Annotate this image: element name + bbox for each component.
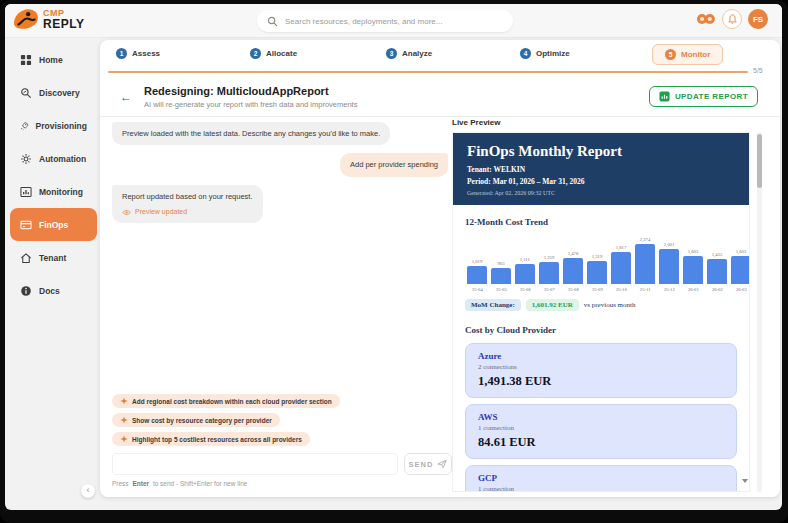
mom-change-value: 1,601.92 EUR (526, 299, 579, 311)
house-icon (20, 252, 32, 264)
cost-trend-chart: 1,01925-04 90325-05 1,11125-06 1,25925-0… (465, 235, 750, 294)
sidebar-item-monitoring[interactable]: Monitoring (10, 175, 97, 208)
chat-column: Preview loaded with the latest data. Des… (112, 122, 452, 487)
notifications-button[interactable] (722, 9, 742, 29)
sparkle-icon (120, 435, 128, 443)
trend-bar (467, 266, 487, 284)
scrollbar-thumb[interactable] (757, 134, 762, 188)
suggestion-chip[interactable]: Add regional cost breakdown within each … (112, 394, 340, 408)
user-avatar[interactable]: FS (748, 9, 768, 29)
sidebar-item-automation[interactable]: Automation (10, 142, 97, 175)
app-logo[interactable]: CMP REPLY (13, 8, 84, 30)
trend-bar (731, 256, 750, 284)
paper-plane-icon (437, 459, 447, 469)
chart-icon (20, 186, 32, 198)
step-number: 1 (116, 48, 127, 59)
global-search[interactable] (257, 10, 513, 32)
bar-value-label: 1,319 (592, 254, 602, 259)
credits-coins-icon[interactable] (696, 12, 716, 26)
sidebar-label: Docs (39, 286, 60, 296)
sparkle-icon (120, 416, 128, 424)
trend-bar (563, 258, 583, 284)
bar-axis-label: 25-12 (664, 287, 675, 292)
step-number: 3 (386, 48, 397, 59)
bar-value-label: 1,435 (712, 252, 722, 257)
bar-value-label: 1,817 (616, 245, 626, 250)
provider-connections: 2 connections (478, 363, 724, 371)
step-allocate[interactable]: 2 Allocate (250, 48, 297, 59)
sidebar-item-docs[interactable]: Docs (10, 274, 97, 307)
step-monitor[interactable]: 5 Monitor (652, 44, 723, 65)
step-label: Optimize (536, 49, 570, 58)
live-preview-panel: Live Preview FinOps Monthly Report Tenan… (452, 118, 762, 489)
info-icon (20, 285, 32, 297)
live-preview-label: Live Preview (452, 118, 762, 127)
trend-bar (515, 264, 535, 284)
provider-name: AWS (478, 412, 724, 422)
card-icon (20, 219, 32, 231)
sidebar-item-home[interactable]: Home (10, 43, 97, 76)
provider-card-aws: AWS 1 connection 84.61 EUR (465, 404, 737, 459)
step-label: Monitor (681, 50, 710, 59)
report-document: FinOps Monthly Report Tenant: WELKIN Per… (452, 132, 750, 492)
bar-value-label: 1,602 (736, 249, 746, 254)
step-label: Analyze (402, 49, 432, 58)
sidebar-item-finops[interactable]: FinOps (10, 208, 97, 241)
send-label: SEND (409, 460, 434, 469)
app-screen: CMP REPLY FS (5, 4, 782, 510)
logo-text-reply: REPLY (43, 18, 84, 30)
suggestion-chip[interactable]: Highlight top 5 costliest resources acro… (112, 432, 310, 446)
bar-value-label: 1,111 (520, 257, 530, 262)
step-number: 5 (665, 49, 676, 60)
trend-bar (587, 261, 607, 284)
suggestion-chip[interactable]: Show cost by resource category per provi… (112, 413, 280, 427)
hint-enter-key: Enter (130, 480, 151, 487)
step-analyze[interactable]: 3 Analyze (386, 48, 432, 59)
bar-axis-label: 26-01 (688, 287, 699, 292)
home-icon (20, 54, 32, 66)
sidebar-item-discovery[interactable]: Discovery (10, 76, 97, 109)
trend-bar (683, 256, 703, 284)
scroll-down-icon[interactable] (742, 479, 748, 483)
sidebar-item-tenant[interactable]: Tenant (10, 241, 97, 274)
sidebar-label: FinOps (39, 220, 68, 230)
send-button[interactable]: SEND (404, 453, 452, 475)
search-icon (267, 16, 278, 27)
step-optimize[interactable]: 4 Optimize (520, 48, 570, 59)
bar-axis-label: 25-05 (496, 287, 507, 292)
preview-updated-status: Preview updated (122, 207, 253, 218)
discovery-icon (20, 87, 32, 99)
bar-axis-label: 25-08 (568, 287, 579, 292)
bot-message: Preview loaded with the latest data. Des… (112, 122, 390, 145)
provider-connections: 1 connection (478, 485, 724, 492)
sidebar-label: Provisioning (36, 121, 87, 131)
eye-icon (122, 209, 131, 216)
step-assess[interactable]: 1 Assess (116, 48, 160, 59)
chip-label: Show cost by resource category per provi… (132, 417, 272, 424)
back-button[interactable]: ← (120, 90, 132, 104)
trend-bar (611, 252, 631, 284)
sidebar-collapse-button[interactable]: ‹ (81, 484, 95, 498)
topbar: CMP REPLY FS (5, 4, 782, 38)
sidebar-item-provisioning[interactable]: Provisioning (10, 109, 97, 142)
sparkle-icon (120, 397, 128, 405)
bot-message: Report updated based on your request. Pr… (112, 185, 263, 224)
keyboard-hint: Press Enter to send - Shift+Enter for ne… (112, 480, 452, 487)
mom-change-label: MoM Change: (465, 299, 521, 311)
sidebar-label: Discovery (39, 88, 80, 98)
period-label: Period: (467, 177, 491, 186)
sidebar-label: Home (39, 55, 63, 65)
bar-value-label: 2,001 (664, 242, 674, 247)
stepper-progress-bar (108, 71, 748, 73)
update-report-button[interactable]: UPDATE REPORT (649, 86, 758, 107)
preview-scrollbar[interactable] (757, 132, 762, 492)
bar-axis-label: 26-02 (712, 287, 723, 292)
provider-cost: 1,491.38 EUR (478, 374, 724, 389)
bar-axis-label: 25-04 (472, 287, 483, 292)
bar-value-label: 903 (498, 261, 505, 266)
search-input[interactable] (285, 17, 503, 26)
providers-section-title: Cost by Cloud Provider (465, 325, 737, 335)
stepper-progress-count: 5/5 (753, 67, 763, 74)
chat-message-input[interactable] (112, 453, 398, 475)
tenant-label: Tenant: (467, 165, 492, 174)
